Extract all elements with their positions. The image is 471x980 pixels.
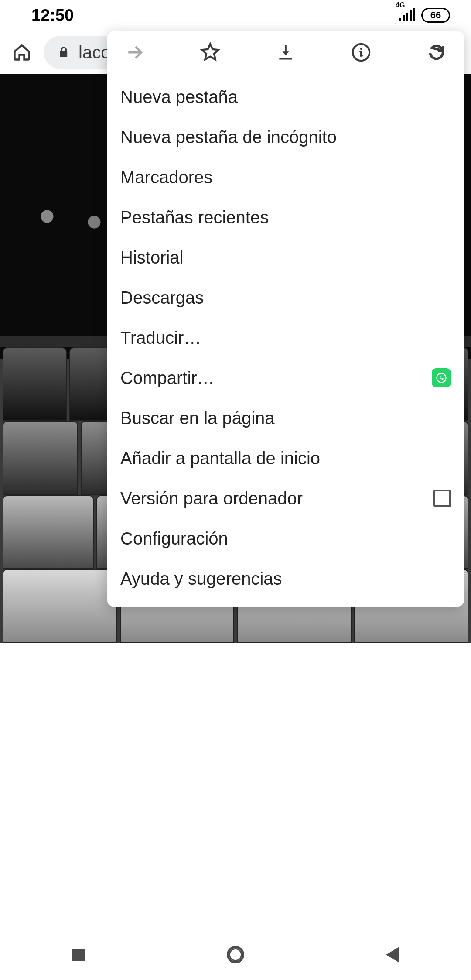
home-button[interactable] — [9, 39, 35, 65]
menu-bookmarks[interactable]: Marcadores — [107, 157, 464, 197]
menu-label: Historial — [120, 248, 183, 267]
menu-incognito[interactable]: Nueva pestaña de incógnito — [107, 117, 464, 157]
square-icon — [72, 949, 85, 961]
recents-button[interactable] — [68, 944, 89, 965]
menu-find-in-page[interactable]: Buscar en la página — [107, 398, 464, 438]
triangle-icon — [386, 947, 399, 963]
menu-translate[interactable]: Traducir… — [107, 318, 464, 358]
svg-point-1 — [437, 373, 446, 383]
status-bar: 12:50 4G ↑↓ 66 — [0, 0, 471, 31]
lock-icon — [58, 45, 70, 60]
download-button[interactable] — [274, 41, 297, 64]
menu-label: Pestañas recientes — [120, 208, 269, 227]
system-nav — [0, 929, 471, 980]
menu-icon-row — [107, 31, 464, 73]
info-button[interactable] — [349, 41, 373, 64]
status-time: 12:50 — [31, 6, 74, 25]
menu-history[interactable]: Historial — [107, 237, 464, 278]
network-label: 4G — [396, 1, 405, 9]
bookmark-button[interactable] — [198, 41, 222, 64]
menu-desktop-site[interactable]: Versión para ordenador — [107, 478, 464, 518]
download-icon — [276, 43, 295, 62]
battery-indicator: 66 — [421, 8, 450, 23]
menu-label: Versión para ordenador — [120, 489, 303, 508]
whatsapp-icon — [432, 368, 451, 387]
menu-label: Nueva pestaña — [120, 87, 238, 107]
menu-help[interactable]: Ayuda y sugerencias — [107, 559, 464, 599]
home-nav-button[interactable] — [225, 944, 246, 965]
star-icon — [200, 42, 220, 62]
menu-label: Añadir a pantalla de inicio — [120, 449, 320, 468]
menu-share[interactable]: Compartir… — [107, 358, 464, 398]
menu-list: Nueva pestaña Nueva pestaña de incógnito… — [107, 73, 464, 607]
menu-settings[interactable]: Configuración — [107, 518, 464, 559]
menu-new-tab[interactable]: Nueva pestaña — [107, 77, 464, 117]
menu-label: Traducir… — [120, 328, 201, 348]
browser-overflow-menu: Nueva pestaña Nueva pestaña de incógnito… — [107, 31, 464, 607]
blank-area — [0, 643, 471, 929]
forward-button[interactable] — [123, 41, 147, 64]
menu-label: Configuración — [120, 529, 228, 548]
desktop-site-checkbox[interactable] — [433, 490, 451, 507]
menu-downloads[interactable]: Descargas — [107, 278, 464, 318]
reload-button[interactable] — [425, 41, 448, 64]
menu-add-to-home[interactable]: Añadir a pantalla de inicio — [107, 438, 464, 478]
menu-label: Ayuda y sugerencias — [120, 569, 282, 589]
reload-icon — [427, 43, 446, 62]
status-right: 4G ↑↓ 66 — [399, 8, 450, 23]
menu-recent-tabs[interactable]: Pestañas recientes — [107, 197, 464, 237]
home-icon — [12, 43, 31, 62]
menu-label: Descargas — [120, 288, 204, 308]
menu-label: Compartir… — [120, 368, 215, 388]
circle-icon — [227, 946, 244, 963]
menu-label: Buscar en la página — [120, 408, 275, 428]
arrow-forward-icon — [125, 43, 144, 62]
signal-icon: 4G ↑↓ — [399, 9, 415, 21]
menu-label: Marcadores — [120, 168, 212, 187]
back-button[interactable] — [382, 944, 403, 965]
info-icon — [351, 42, 371, 62]
data-arrows-icon: ↑↓ — [391, 20, 397, 23]
menu-label: Nueva pestaña de incógnito — [120, 127, 337, 147]
